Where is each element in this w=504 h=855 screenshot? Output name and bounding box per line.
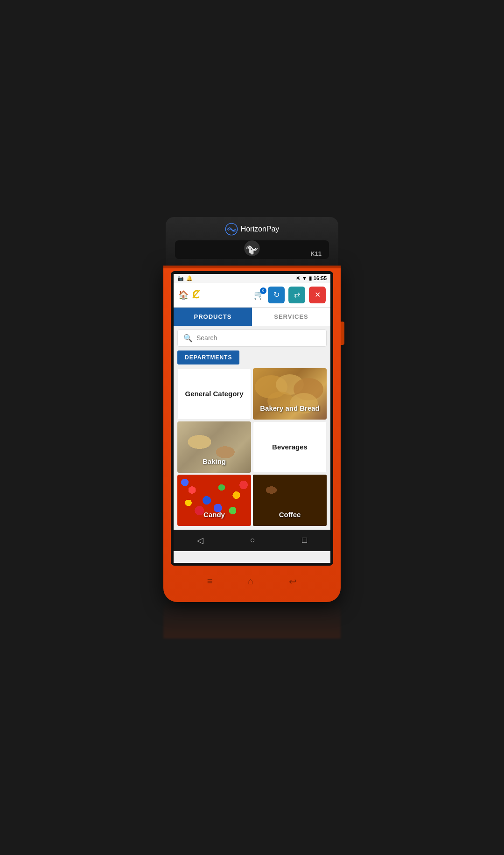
- tab-services[interactable]: SERVICES: [252, 308, 330, 326]
- wifi-icon: ▼: [302, 275, 307, 281]
- search-input[interactable]: [196, 334, 321, 342]
- search-bar[interactable]: 🔍: [177, 329, 327, 347]
- bluetooth-icon: ✳: [296, 275, 300, 281]
- nav-back-button[interactable]: ◁: [191, 533, 209, 547]
- category-beverages-label: Beverages: [268, 439, 311, 455]
- nav-home-button[interactable]: ○: [245, 533, 261, 547]
- printer-section: HorizonPay K11: [166, 217, 338, 266]
- side-power-button[interactable]: [341, 322, 344, 345]
- refresh-button[interactable]: ↻: [268, 287, 285, 303]
- hw-back-icon: ↩: [289, 576, 297, 587]
- close-button[interactable]: ✕: [309, 287, 326, 303]
- time-display: 16:55: [314, 275, 327, 281]
- cart-button[interactable]: 🛒 0: [254, 290, 264, 300]
- tab-products[interactable]: PRODUCTS: [174, 308, 252, 326]
- brand-name-text: HorizonPay: [241, 225, 280, 233]
- swap-button[interactable]: ⇄: [288, 287, 305, 303]
- tabs-container: PRODUCTS SERVICES: [174, 308, 330, 326]
- category-beverages[interactable]: Beverages: [253, 421, 327, 473]
- status-left-icons: 📷 🔔: [177, 275, 193, 281]
- category-baking-label: Baking: [177, 454, 251, 469]
- nav-bar: ◁ ○ □: [174, 530, 330, 551]
- hardware-buttons: ≡ ⌂ ↩: [171, 570, 333, 593]
- category-coffee[interactable]: Coffee: [253, 475, 327, 526]
- device-reflection: [163, 601, 341, 638]
- device-body: 📷 🔔 ✳ ▼ ▮ 16:55 🏠 Ȼ: [163, 266, 341, 602]
- screen-bezel: 📷 🔔 ✳ ▼ ▮ 16:55 🏠 Ȼ: [171, 271, 333, 566]
- status-bar: 📷 🔔 ✳ ▼ ▮ 16:55: [174, 274, 330, 283]
- category-bakery[interactable]: Bakery and Bread: [253, 368, 327, 420]
- departments-label[interactable]: DEPARTMENTS: [177, 350, 239, 364]
- horizonpay-logo-icon: [225, 223, 238, 236]
- category-candy[interactable]: Candy: [177, 475, 251, 526]
- hw-menu-icon: ≡: [207, 576, 213, 587]
- app-logo: Ȼ: [192, 289, 250, 301]
- app-logo-icon: Ȼ: [192, 289, 199, 301]
- cart-badge: 0: [260, 287, 266, 294]
- category-bakery-label: Bakery and Bread: [253, 400, 327, 416]
- categories-grid: General Category Bakery and Bread Baking: [174, 368, 330, 530]
- status-right: ✳ ▼ ▮ 16:55: [296, 275, 327, 281]
- device: HorizonPay K11 📷 🔔: [154, 217, 350, 638]
- battery-icon: ▮: [309, 275, 312, 281]
- model-number: K11: [310, 250, 322, 257]
- printer-slot: K11: [175, 240, 329, 259]
- category-coffee-label: Coffee: [253, 507, 327, 522]
- brand-logo: HorizonPay: [225, 223, 280, 236]
- svg-rect-3: [249, 247, 251, 253]
- category-baking[interactable]: Baking: [177, 421, 251, 473]
- category-candy-label: Candy: [177, 507, 251, 522]
- camera-icon: 📷: [177, 275, 184, 281]
- nav-recent-button[interactable]: □: [296, 533, 313, 547]
- brand-area: HorizonPay: [175, 223, 329, 236]
- app-topbar: 🏠 Ȼ 🛒 0 ↻ ⇄ ✕: [174, 283, 330, 308]
- nfc-icon: [240, 240, 264, 259]
- notification-icon: 🔔: [186, 275, 193, 281]
- hw-home-icon: ⌂: [248, 576, 253, 587]
- home-icon[interactable]: 🏠: [178, 290, 189, 300]
- search-icon: 🔍: [183, 334, 193, 343]
- category-general-label: General Category: [181, 386, 247, 401]
- app-screen: 🏠 Ȼ 🛒 0 ↻ ⇄ ✕ PRODUCTS SERVICES: [174, 283, 330, 563]
- category-general[interactable]: General Category: [177, 368, 251, 420]
